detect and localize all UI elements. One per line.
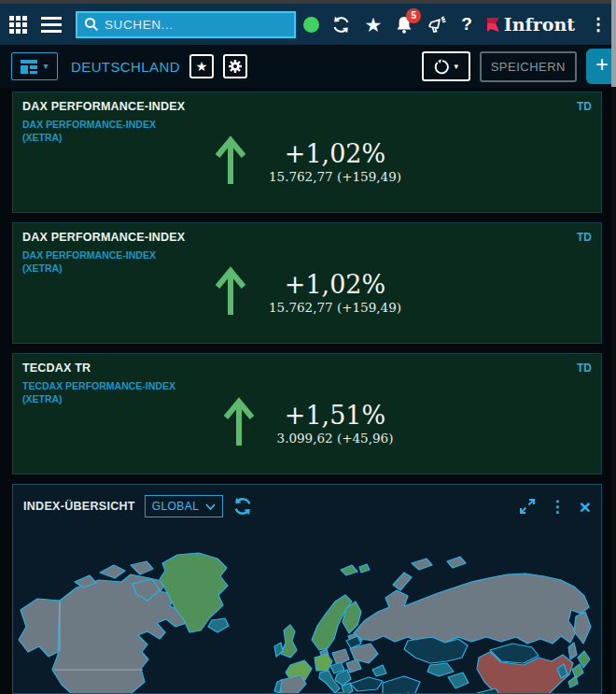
search-box[interactable] bbox=[76, 11, 296, 38]
change-percent: +1,02% bbox=[269, 139, 401, 168]
panel-title: INDEX-ÜBERSICHT bbox=[23, 500, 135, 513]
index-value: 3.099,62 (+45,96) bbox=[277, 431, 394, 446]
chevron-down-icon: ▾ bbox=[454, 63, 458, 71]
favorite-workspace-button[interactable]: ★ bbox=[189, 54, 214, 78]
panel-menu-icon[interactable]: ⋮ bbox=[550, 497, 566, 517]
dashboard-content: DAX PERFORMANCE-INDEX TD DAX PERFORMANCE… bbox=[0, 88, 616, 694]
favorites-star-icon[interactable]: ★ bbox=[364, 15, 382, 35]
undo-history-icon bbox=[433, 59, 449, 75]
connection-status-indicator bbox=[303, 17, 319, 33]
card-subtitle-line1: TECDAX PERFORMANCE-INDEX bbox=[22, 380, 228, 393]
card-title: DAX PERFORMANCE-INDEX bbox=[22, 231, 185, 244]
scrollbar-thumb[interactable] bbox=[611, 0, 616, 87]
index-overview-panel: INDEX-ÜBERSICHT GLOBAL bbox=[12, 484, 602, 694]
chevron-down-icon bbox=[205, 503, 216, 510]
dashboard-layout-icon bbox=[21, 60, 37, 74]
notifications-bell-icon[interactable]: 5 bbox=[395, 15, 413, 35]
card-subtitle-line1: DAX PERFORMANCE-INDEX bbox=[22, 249, 228, 262]
index-value: 15.762,77 (+159,49) bbox=[269, 300, 401, 315]
notification-count-badge: 5 bbox=[406, 8, 421, 23]
overflow-menu-icon[interactable]: ⋮ bbox=[590, 14, 607, 35]
layout-selector-button[interactable]: ▾ bbox=[11, 52, 58, 80]
up-arrow-icon bbox=[221, 397, 257, 449]
panel-refresh-icon[interactable] bbox=[232, 496, 253, 517]
save-button[interactable]: SPEICHERN bbox=[480, 51, 577, 82]
gear-icon bbox=[228, 59, 243, 74]
change-percent: +1,02% bbox=[269, 270, 401, 299]
search-input[interactable] bbox=[105, 18, 287, 32]
index-overview-header: INDEX-ÜBERSICHT GLOBAL bbox=[13, 485, 601, 528]
help-icon[interactable]: ? bbox=[461, 14, 472, 35]
feed-flag: TD bbox=[577, 231, 592, 244]
region-select[interactable]: GLOBAL bbox=[145, 495, 223, 517]
change-percent: +1,51% bbox=[277, 401, 394, 430]
expand-panel-icon[interactable] bbox=[519, 498, 536, 515]
app-grid-icon[interactable] bbox=[9, 16, 27, 34]
region-select-value: GLOBAL bbox=[152, 500, 199, 513]
feed-flag: TD bbox=[577, 100, 592, 113]
index-value: 15.762,77 (+159,49) bbox=[269, 169, 401, 184]
refresh-icon[interactable] bbox=[331, 15, 351, 35]
restore-layout-button[interactable]: ▾ bbox=[422, 51, 470, 81]
index-card-dax-2[interactable]: DAX PERFORMANCE-INDEX TD DAX PERFORMANCE… bbox=[12, 222, 602, 344]
infront-logo: Infront bbox=[485, 14, 575, 35]
announcements-megaphone-icon[interactable] bbox=[427, 15, 448, 35]
search-icon bbox=[84, 17, 99, 32]
brand-name: Infront bbox=[504, 14, 575, 35]
card-subtitle-line1: DAX PERFORMANCE-INDEX bbox=[22, 119, 228, 132]
vertical-scrollbar[interactable] bbox=[611, 0, 616, 694]
workspace-settings-button[interactable] bbox=[223, 54, 247, 78]
workspace-toolbar: ▾ DEUTSCHLAND ★ ▾ SPEICHERN + bbox=[0, 45, 616, 88]
world-map[interactable] bbox=[13, 528, 601, 693]
menu-icon[interactable] bbox=[41, 17, 62, 33]
up-arrow-icon bbox=[213, 266, 248, 319]
chevron-down-icon: ▾ bbox=[43, 62, 48, 71]
index-card-dax-1[interactable]: DAX PERFORMANCE-INDEX TD DAX PERFORMANCE… bbox=[12, 92, 602, 213]
feed-flag: TD bbox=[577, 361, 592, 375]
workspace-title: DEUTSCHLAND bbox=[71, 59, 180, 75]
up-arrow-icon bbox=[213, 135, 248, 188]
star-icon: ★ bbox=[196, 60, 208, 73]
top-navigation-bar: ★ 5 ? Infront ⋮ bbox=[0, 4, 616, 45]
card-title: DAX PERFORMANCE-INDEX bbox=[22, 100, 185, 113]
close-panel-icon[interactable]: × bbox=[580, 497, 591, 517]
card-title: TECDAX TR bbox=[22, 361, 91, 375]
index-card-tecdax[interactable]: TECDAX TR TD TECDAX PERFORMANCE-INDEX (X… bbox=[12, 353, 602, 474]
